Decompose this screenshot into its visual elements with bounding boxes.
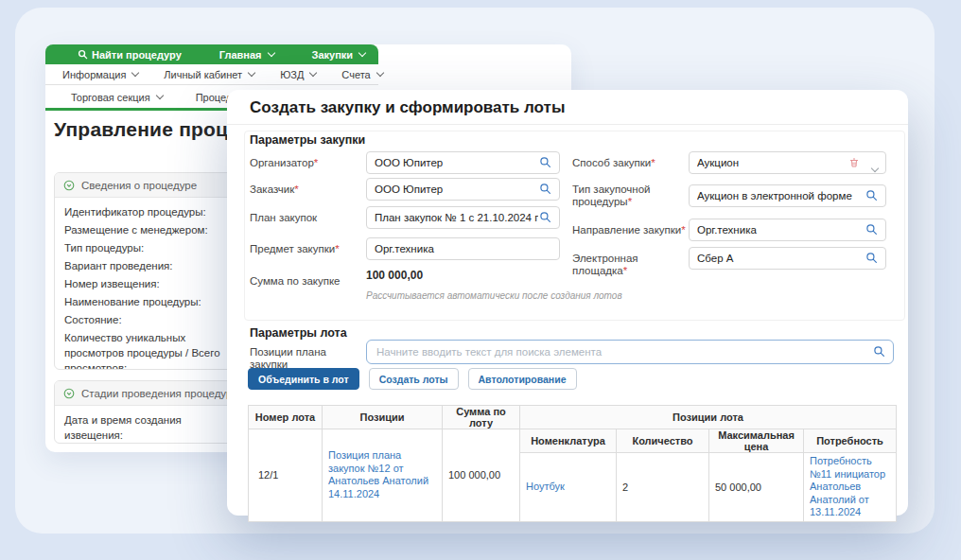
menu-item-accounts[interactable]: Счета xyxy=(341,69,382,80)
find-procedure-label: Найти процедуру xyxy=(92,49,182,61)
info-label: Размещение с менеджером: xyxy=(64,222,227,237)
info-label: Наименование процедуры: xyxy=(64,294,227,309)
search-icon[interactable] xyxy=(865,189,878,201)
find-procedure-button[interactable]: Найти процедуру xyxy=(78,49,182,61)
search-icon[interactable] xyxy=(865,223,878,236)
lot-buttons-row: Объединить в лот Создать лоты Автолотиро… xyxy=(248,368,577,390)
required-marker: * xyxy=(623,265,627,276)
required-marker: * xyxy=(628,196,632,207)
search-icon[interactable] xyxy=(539,211,551,223)
purchase-sum-value: 100 000,00 xyxy=(366,269,423,282)
chevron-down-icon xyxy=(358,49,366,57)
position-link[interactable]: Позиция плана закупок №12 от Анатольев А… xyxy=(328,449,428,499)
cell-quantity: 2 xyxy=(617,453,709,522)
create-lots-button[interactable]: Создать лоты xyxy=(369,368,459,390)
search-icon[interactable] xyxy=(865,252,878,264)
chevron-down-icon xyxy=(376,69,383,77)
page-title: Управление проце xyxy=(54,118,239,141)
lot-params-title: Параметры лота xyxy=(250,326,347,340)
cell-position: Позиция плана закупок №12 от Анатольев А… xyxy=(323,429,443,522)
procedure-stages-card: Стадии проведения процедуры Дата и время… xyxy=(54,380,237,444)
nomenclature-link[interactable]: Ноутбук xyxy=(526,481,565,492)
procedure-stages-card-body: Дата и время создания извещения: Период … xyxy=(55,406,236,444)
customer-input[interactable] xyxy=(366,178,560,201)
procedure-type-input[interactable] xyxy=(689,184,886,207)
col-header-positions: Позиции xyxy=(323,406,443,429)
modal-title: Создать закупку и сформировать лоты xyxy=(250,98,565,117)
autoloting-button[interactable]: Автолотирование xyxy=(468,368,577,390)
info-label: Тип процедуры: xyxy=(64,240,227,255)
cell-need: Потребность №11 инициатор Анатольев Анат… xyxy=(804,453,897,522)
circle-chevron-icon xyxy=(63,180,75,191)
col-header-nomenclature: Номенклатура xyxy=(520,429,617,453)
cell-lot-sum: 100 000,00 xyxy=(443,429,520,522)
col-header-lot-number: Номер лота xyxy=(249,406,323,429)
cell-lot-number: 12/1 xyxy=(249,429,323,522)
procedure-info-card-header[interactable]: Сведения о процедуре xyxy=(55,173,236,198)
info-label: Идентификатор процедуры: xyxy=(64,204,227,219)
procedure-stages-card-header[interactable]: Стадии проведения процедуры xyxy=(55,381,236,406)
lots-table: Номер лота Позиции Сумма по лоту Позиции… xyxy=(248,405,897,522)
search-icon xyxy=(78,49,88,60)
col-header-lot-positions-group: Позиции лота xyxy=(520,406,897,429)
required-marker: * xyxy=(294,184,298,195)
info-label: Номер извещения: xyxy=(64,276,227,291)
organizer-label: Организатор* xyxy=(250,157,367,169)
info-label: Количество уникальных просмотров процеду… xyxy=(64,330,227,370)
divider xyxy=(227,124,908,125)
purchase-plan-label: План закупок xyxy=(250,212,367,224)
chevron-down-icon xyxy=(155,92,163,99)
purchase-subject-label: Предмет закупки* xyxy=(250,243,367,255)
required-marker: * xyxy=(314,157,318,168)
info-label: Вариант проведения: xyxy=(64,258,227,273)
need-link[interactable]: Потребность №11 инициатор Анатольев Анат… xyxy=(810,455,885,517)
purchase-sum-label: Сумма по закупке xyxy=(250,275,367,288)
chevron-down-icon xyxy=(267,49,274,57)
procedure-type-label: Тип закупочной процедуры* xyxy=(572,184,690,208)
search-icon[interactable] xyxy=(873,345,885,358)
col-header-max-price: Максимальная цена xyxy=(709,429,804,453)
cell-max-price: 50 000,00 xyxy=(709,453,804,522)
info-label: Дата и время создания извещения: xyxy=(64,412,227,443)
required-marker: * xyxy=(681,224,685,236)
chevron-down-icon xyxy=(248,69,255,77)
procedure-info-card: Сведения о процедуре Идентификатор проце… xyxy=(54,172,237,370)
nav-item-purchases[interactable]: Закупки xyxy=(312,49,366,61)
purchase-direction-input[interactable] xyxy=(689,219,886,241)
col-header-quantity: Количество xyxy=(617,429,709,453)
purchase-plan-input[interactable] xyxy=(366,206,560,229)
col-header-lot-sum: Сумма по лоту xyxy=(443,406,520,429)
menu-item-information[interactable]: Информация xyxy=(62,69,138,80)
menu-item-uzd[interactable]: ЮЗД xyxy=(280,69,316,80)
submenu-item-trading-section[interactable]: Торговая секция xyxy=(71,92,163,103)
circle-chevron-icon xyxy=(63,388,75,399)
procedure-info-card-body: Идентификатор процедуры: Размещение с ме… xyxy=(55,198,236,370)
combine-into-lot-button[interactable]: Объединить в лот xyxy=(248,368,359,390)
create-purchase-modal: Создать закупку и сформировать лоты Пара… xyxy=(227,90,908,516)
required-marker: * xyxy=(335,243,339,254)
menu-item-personal-cabinet[interactable]: Личный кабинет xyxy=(164,69,254,80)
purchase-subject-input[interactable] xyxy=(366,237,560,260)
chevron-down-icon xyxy=(309,69,317,77)
cell-nomenclature: Ноутбук xyxy=(520,453,617,522)
electronic-platform-label: Электронная площадка* xyxy=(572,253,690,277)
search-icon[interactable] xyxy=(539,183,551,195)
organizer-input[interactable] xyxy=(366,151,560,174)
trash-icon[interactable] xyxy=(848,157,860,168)
customer-label: Заказчик* xyxy=(250,184,367,196)
chevron-down-icon[interactable] xyxy=(869,158,878,175)
required-marker: * xyxy=(651,157,655,168)
purchase-params-title: Параметры закупки xyxy=(250,133,365,147)
info-label: Состояние: xyxy=(64,312,227,327)
main-navbar: Найти процедуру Главная Закупки xyxy=(45,44,378,64)
col-header-need: Потребность xyxy=(804,429,897,453)
electronic-platform-input[interactable] xyxy=(689,247,886,270)
nav-item-main[interactable]: Главная xyxy=(219,49,274,61)
purchase-direction-label: Направление закупки* xyxy=(572,224,690,236)
purchase-method-label: Способ закупки* xyxy=(572,157,690,169)
chevron-down-icon xyxy=(131,69,139,77)
search-icon[interactable] xyxy=(539,156,551,168)
purchase-sum-note: Рассчитывается автоматически после созда… xyxy=(366,290,622,301)
plan-positions-search-input[interactable] xyxy=(366,340,894,364)
menu-row: Информация Личный кабинет ЮЗД Счета xyxy=(45,64,378,85)
